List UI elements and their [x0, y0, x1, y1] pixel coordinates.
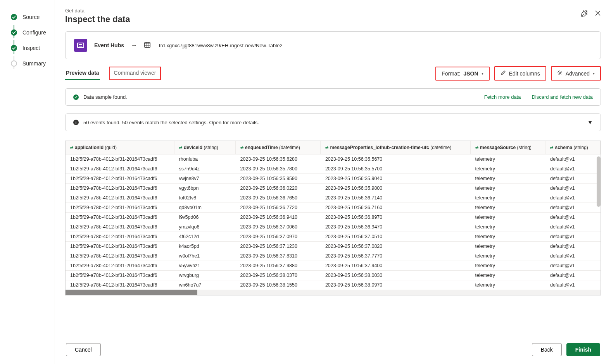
table-row[interactable]: 1b2f5f29-a78b-4012-bf31-2016473cadf64f62…: [66, 232, 601, 242]
events-info-text: 50 events found, 50 events match the sel…: [83, 120, 259, 125]
table-row[interactable]: 1b2f5f29-a78b-4012-bf31-2016473cadf6tof0…: [66, 193, 601, 203]
table-cell: 1b2f5f29-a78b-4012-bf31-2016473cadf6: [66, 261, 174, 271]
table-cell: telemetry: [471, 261, 545, 271]
table-cell: 1b2f5f29-a78b-4012-bf31-2016473cadf6: [66, 232, 174, 242]
success-icon: [73, 94, 79, 100]
column-header[interactable]: ⇄messageProperties_iothub-creation-time-…: [321, 141, 471, 155]
table-cell: 2023-09-25 10:56:35.9800: [321, 184, 471, 193]
table-cell: 2023-09-25 10:56:38.1550: [236, 280, 321, 290]
advanced-dropdown[interactable]: Advanced ▾: [551, 66, 601, 81]
edit-columns-button[interactable]: Edit columns: [494, 66, 546, 81]
column-type: (string): [574, 145, 588, 150]
table-cell: default@v1: [545, 261, 601, 271]
datatype-icon: ⇄: [550, 146, 553, 150]
table-cell: default@v1: [545, 174, 601, 184]
column-type: (guid): [105, 145, 117, 150]
table-row[interactable]: 1b2f5f29-a78b-4012-bf31-2016473cadf6wrvg…: [66, 271, 601, 280]
connector-label: Event Hubs: [94, 42, 124, 48]
table-cell: 1b2f5f29-a78b-4012-bf31-2016473cadf6: [66, 155, 174, 164]
table-cell: 2023-09-25 10:56:37.7770: [321, 251, 471, 261]
data-table-wrap[interactable]: ⇄applicationId (guid)⇄deviceId (string)⇄…: [65, 141, 601, 295]
vertical-scrollbar[interactable]: [597, 156, 601, 207]
table-cell: 2023-09-25 10:56:38.0970: [321, 280, 471, 290]
table-cell: 2023-09-25 10:56:37.0970: [236, 232, 321, 242]
table-row[interactable]: 1b2f5f29-a78b-4012-bf31-2016473cadf6vgyt…: [66, 184, 601, 193]
table-row[interactable]: 1b2f5f29-a78b-4012-bf31-2016473cadf6rhon…: [66, 155, 601, 164]
column-name: deviceId: [184, 145, 202, 150]
page-subtitle: Get data: [65, 8, 130, 14]
column-header[interactable]: ⇄messageSource (string): [471, 141, 545, 155]
table-cell: telemetry: [471, 242, 545, 251]
page-title: Inspect the data: [65, 14, 130, 24]
table-row[interactable]: 1b2f5f29-a78b-4012-bf31-2016473cadf6wn6h…: [66, 280, 601, 290]
tab-preview-data[interactable]: Preview data: [65, 67, 100, 80]
datatype-icon: ⇄: [475, 146, 478, 150]
table-row[interactable]: 1b2f5f29-a78b-4012-bf31-2016473cadf6l9v5…: [66, 213, 601, 222]
table-cell: telemetry: [471, 203, 545, 213]
close-icon[interactable]: [595, 10, 601, 18]
table-row[interactable]: 1b2f5f29-a78b-4012-bf31-2016473cadf6w0ol…: [66, 251, 601, 261]
step-source[interactable]: Source: [0, 9, 55, 25]
table-cell: 1b2f5f29-a78b-4012-bf31-2016473cadf6: [66, 174, 174, 184]
table-cell: default@v1: [545, 184, 601, 193]
table-cell: 2023-09-25 10:56:35.5670: [321, 155, 471, 164]
expand-icon[interactable]: [581, 10, 588, 18]
table-cell: k4aor5pd: [174, 242, 236, 251]
table-cell: 2023-09-25 10:56:35.7800: [236, 164, 321, 174]
step-label: Source: [22, 14, 40, 20]
step-summary[interactable]: Summary: [0, 56, 55, 71]
column-header[interactable]: ⇄schema (string): [545, 141, 601, 155]
cancel-button[interactable]: Cancel: [66, 343, 101, 356]
discard-fetch-link[interactable]: Discard and fetch new data: [532, 94, 593, 100]
table-cell: 2023-09-25 10:56:36.7650: [236, 193, 321, 203]
events-info-banner[interactable]: i 50 events found, 50 events match the s…: [65, 113, 601, 131]
table-row[interactable]: 1b2f5f29-a78b-4012-bf31-2016473cadf6v5yw…: [66, 261, 601, 271]
table-row[interactable]: 1b2f5f29-a78b-4012-bf31-2016473cadf6ss7n…: [66, 164, 601, 174]
format-dropdown[interactable]: Format: JSON ▾: [435, 67, 489, 81]
table-cell: 2023-09-25 10:56:37.0060: [236, 222, 321, 232]
column-type: (string): [204, 145, 218, 150]
table-cell: default@v1: [545, 280, 601, 290]
datatype-icon: ⇄: [70, 146, 73, 150]
table-cell: telemetry: [471, 193, 545, 203]
table-cell: telemetry: [471, 155, 545, 164]
table-row[interactable]: 1b2f5f29-a78b-4012-bf31-2016473cadf6qd8v…: [66, 203, 601, 213]
table-cell: telemetry: [471, 251, 545, 261]
column-header[interactable]: ⇄deviceId (string): [174, 141, 236, 155]
format-value: JSON: [463, 70, 478, 77]
advanced-label: Advanced: [566, 70, 590, 77]
table-cell: 2023-09-25 10:56:38.0370: [236, 271, 321, 280]
table-cell: 2023-09-25 10:56:37.9400: [321, 261, 471, 271]
table-cell: default@v1: [545, 164, 601, 174]
table-cell: telemetry: [471, 271, 545, 280]
finish-button[interactable]: Finish: [566, 343, 600, 356]
table-cell: default@v1: [545, 193, 601, 203]
table-cell: ymzvlqo6: [174, 222, 236, 232]
sample-found-text: Data sample found.: [83, 94, 127, 100]
table-cell: 2023-09-25 10:56:36.0220: [236, 184, 321, 193]
check-icon: [11, 29, 17, 36]
column-type: (datetime): [279, 145, 300, 150]
table-cell: 2023-09-25 10:56:35.6280: [236, 155, 321, 164]
table-cell: 2023-09-25 10:56:36.7720: [236, 203, 321, 213]
column-header[interactable]: ⇄enqueuedTime (datetime): [236, 141, 321, 155]
table-cell: wrvgburg: [174, 271, 236, 280]
column-name: enqueuedTime: [245, 145, 278, 150]
table-cell: 2023-09-25 10:56:36.8970: [321, 213, 471, 222]
table-cell: 1b2f5f29-a78b-4012-bf31-2016473cadf6: [66, 271, 174, 280]
table-row[interactable]: 1b2f5f29-a78b-4012-bf31-2016473cadf6k4ao…: [66, 242, 601, 251]
horizontal-scrollbar[interactable]: [66, 290, 601, 295]
fetch-more-link[interactable]: Fetch more data: [484, 94, 521, 100]
datatype-icon: ⇄: [240, 146, 243, 150]
step-inspect[interactable]: Inspect: [0, 40, 55, 56]
table-cell: 1b2f5f29-a78b-4012-bf31-2016473cadf6: [66, 222, 174, 232]
table-row[interactable]: 1b2f5f29-a78b-4012-bf31-2016473cadf6vwjn…: [66, 174, 601, 184]
table-row[interactable]: 1b2f5f29-a78b-4012-bf31-2016473cadf6ymzv…: [66, 222, 601, 232]
column-header[interactable]: ⇄applicationId (guid): [66, 141, 174, 155]
back-button[interactable]: Back: [532, 343, 562, 356]
tab-command-viewer[interactable]: Command viewer: [109, 67, 161, 80]
source-card: Event Hubs → trd-xgnxc7jjgt881wwv8w.z9/E…: [65, 31, 601, 59]
step-configure[interactable]: Configure: [0, 25, 55, 40]
table-cell: 1b2f5f29-a78b-4012-bf31-2016473cadf6: [66, 193, 174, 203]
column-name: messageSource: [480, 145, 516, 150]
